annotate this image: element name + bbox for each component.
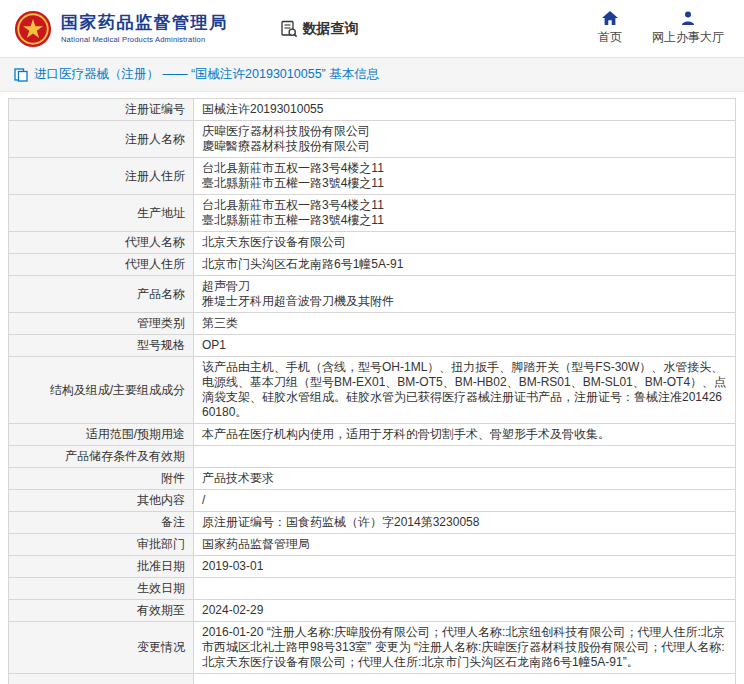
field-label: 有效期至 [9,600,194,622]
field-label: 生效日期 [9,578,194,600]
table-row: 产品储存条件及有效期 [9,446,736,468]
table-row: 其他内容 / [9,490,736,512]
field-label-note: 注 [9,674,194,684]
field-label: 备注 [9,512,194,534]
table-row: 附件 产品技术要求 [9,468,736,490]
field-label: 适用范围/预期用途 [9,424,194,446]
header-nav: 首页 网上办事大厅 [598,11,730,46]
table-row: 代理人名称 北京天东医疗设备有限公司 [9,232,736,254]
data-query-icon [280,20,298,38]
field-label: 注册人名称 [9,121,194,158]
table-row: 型号规格 OP1 [9,335,736,357]
field-label: 审批部门 [9,534,194,556]
field-value: 第三类 [194,313,736,335]
field-label: 变更情况 [9,622,194,674]
site-header: 国家药品监督管理局 National Medical Products Admi… [0,0,744,58]
org-name-cn: 国家药品监督管理局 [61,13,228,33]
field-value: 产品技术要求 [194,468,736,490]
nav-hall-label: 网上办事大厅 [652,29,724,46]
field-label: 注册证编号 [9,99,194,121]
nav-home-label: 首页 [598,29,622,46]
registration-info-table: 注册证编号 国械注许20193010055 注册人名称 庆暐医疗器材科技股份有限… [8,98,736,684]
field-label: 生产地址 [9,195,194,232]
table-row: 代理人住所 北京市门头沟区石龙南路6号1幢5A-91 [9,254,736,276]
field-label: 其他内容 [9,490,194,512]
nav-item-home[interactable]: 首页 [598,11,622,46]
table-row: 注册证编号 国械注许20193010055 [9,99,736,121]
field-value: 2019-03-01 [194,556,736,578]
national-emblem-icon [14,10,52,48]
table-row: 结构及组成/主要组成成分 该产品由主机、手机（含线，型号OH-1ML）、扭力扳手… [9,357,736,424]
field-label: 代理人住所 [9,254,194,276]
field-label: 注册人住所 [9,158,194,195]
field-value: 原注册证编号：国食药监械（许）字2014第3230058 [194,512,736,534]
field-value [194,446,736,468]
data-query-label: 数据查询 [303,20,359,38]
field-label: 型号规格 [9,335,194,357]
data-query-nav[interactable]: 数据查询 [280,20,359,38]
document-icon [14,68,28,82]
field-value-note: 详情 [194,674,736,684]
table-row: 生产地址 台北县新莊市五权一路3号4楼之11 臺北縣新莊市五權一路3號4樓之11 [9,195,736,232]
table-row-note: 注 详情 [9,674,736,684]
field-value: 庆暐医疗器材科技股份有限公司 慶暐醫療器材科技股份有限公司 [194,121,736,158]
field-value: 台北县新莊市五权一路3号4楼之11 臺北縣新莊市五權一路3號4樓之11 [194,158,736,195]
org-name-en: National Medical Products Administration [61,35,228,44]
field-label: 产品名称 [9,276,194,313]
field-value: 该产品由主机、手机（含线，型号OH-1ML）、扭力扳手、脚踏开关（型号FS-30… [194,357,736,424]
field-value: 台北县新莊市五权一路3号4楼之11 臺北縣新莊市五權一路3號4樓之11 [194,195,736,232]
field-label: 管理类别 [9,313,194,335]
home-icon [602,11,618,25]
field-label: 附件 [9,468,194,490]
field-label: 代理人名称 [9,232,194,254]
nav-item-service-hall[interactable]: 网上办事大厅 [652,11,724,46]
field-label: 批准日期 [9,556,194,578]
table-row: 变更情况 2016-01-20 “注册人名称:庆暐股份有限公司；代理人名称:北京… [9,622,736,674]
table-row: 注册人住所 台北县新莊市五权一路3号4楼之11 臺北縣新莊市五權一路3號4樓之1… [9,158,736,195]
table-row: 有效期至 2024-02-29 [9,600,736,622]
table-row: 注册人名称 庆暐医疗器材科技股份有限公司 慶暐醫療器材科技股份有限公司 [9,121,736,158]
table-row: 备注 原注册证编号：国食药监械（许）字2014第3230058 [9,512,736,534]
person-icon [681,11,695,25]
field-value: 国家药品监督管理局 [194,534,736,556]
field-value: OP1 [194,335,736,357]
field-value: 北京市门头沟区石龙南路6号1幢5A-91 [194,254,736,276]
breadcrumb: 进口医疗器械（注册） —— “国械注许20193010055” 基本信息 [0,58,744,92]
field-value: 北京天东医疗设备有限公司 [194,232,736,254]
table-row: 管理类别 第三类 [9,313,736,335]
table-row: 产品名称 超声骨刀 雅堤士牙科用超音波骨刀機及其附件 [9,276,736,313]
field-value: 本产品在医疗机构内使用，适用于牙科的骨切割手术、骨塑形手术及骨收集。 [194,424,736,446]
field-label: 产品储存条件及有效期 [9,446,194,468]
brand: 国家药品监督管理局 National Medical Products Admi… [14,10,228,48]
field-value: 2016-01-20 “注册人名称:庆暐股份有限公司；代理人名称:北京纽创科技有… [194,622,736,674]
field-value: 国械注许20193010055 [194,99,736,121]
table-row: 审批部门 国家药品监督管理局 [9,534,736,556]
field-value: / [194,490,736,512]
field-label: 结构及组成/主要组成成分 [9,357,194,424]
breadcrumb-text: 进口医疗器械（注册） —— “国械注许20193010055” 基本信息 [34,66,379,83]
table-row: 适用范围/预期用途 本产品在医疗机构内使用，适用于牙科的骨切割手术、骨塑形手术及… [9,424,736,446]
field-value: 2024-02-29 [194,600,736,622]
registration-info-table-wrap: 注册证编号 国械注许20193010055 注册人名称 庆暐医疗器材科技股份有限… [0,92,744,684]
field-value [194,578,736,600]
org-names: 国家药品监督管理局 National Medical Products Admi… [61,13,228,44]
table-row: 批准日期 2019-03-01 [9,556,736,578]
table-row: 生效日期 [9,578,736,600]
field-value: 超声骨刀 雅堤士牙科用超音波骨刀機及其附件 [194,276,736,313]
